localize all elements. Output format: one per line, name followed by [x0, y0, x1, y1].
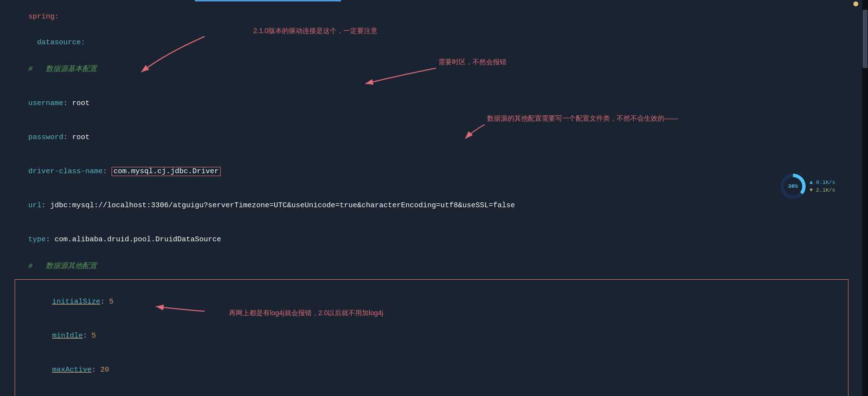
line-comment2: # 数据源其他配置	[0, 252, 868, 279]
initialsize-key: initialSize	[52, 298, 100, 306]
line-initialsize: initialSize: 5	[15, 281, 848, 315]
line-url: url: jdbc:mysql://localhost:3306/atguigu…	[0, 184, 868, 218]
driver-val: com.mysql.cj.jdbc.Driver	[112, 167, 221, 176]
line-type: type: com.alibaba.druid.pool.DruidDataSo…	[0, 218, 868, 252]
initialsize-val: 5	[109, 298, 113, 306]
download-stat: ▼ 2.1K/s	[810, 187, 835, 193]
datasource-key: datasource:	[37, 38, 85, 47]
gauge-percent: 36%	[784, 177, 802, 196]
box-other-config: initialSize: 5 minIdle: 5 maxActive: 20 …	[15, 279, 849, 396]
comment-basic: # 数据源基本配置	[28, 65, 97, 73]
minidle-val: 5	[92, 332, 96, 340]
password-key: password	[28, 133, 63, 142]
line-maxwait: maxWait: 60000	[15, 383, 848, 396]
comment-other: # 数据源其他配置	[28, 262, 97, 270]
line-driver: driver-class-name: com.mysql.cj.jdbc.Dri…	[0, 150, 868, 184]
scrollbar[interactable]	[862, 0, 868, 396]
upload-stat: ▲ 0.1K/s	[810, 180, 835, 185]
line-password: password: root	[0, 116, 868, 150]
url-val: jdbc:mysql://localhost:3306/atguigu?serv…	[50, 201, 515, 210]
username-val: root	[72, 99, 90, 108]
line-username: username: root	[0, 82, 868, 116]
maxactive-key: maxActive	[52, 366, 92, 374]
driver-key: driver-class-name	[28, 167, 103, 176]
line-datasource: datasource:	[0, 30, 868, 55]
gauge-circle: 36%	[780, 174, 806, 199]
editor-area: spring: datasource: # 数据源基本配置 username: …	[0, 0, 868, 396]
network-widget: 36% ▲ 0.1K/s ▼ 2.1K/s	[780, 173, 844, 199]
type-key: type	[28, 235, 46, 244]
maxactive-val: 20	[100, 366, 109, 374]
type-val: com.alibaba.druid.pool.DruidDataSource	[55, 235, 221, 244]
line-spring: spring:	[0, 4, 868, 30]
scrollbar-thumb[interactable]	[863, 10, 868, 68]
line-maxactive: maxActive: 20	[15, 349, 848, 383]
password-val: root	[72, 133, 90, 142]
line-minidle: minIdle: 5	[15, 315, 848, 349]
url-key: url	[28, 201, 41, 210]
spring-key: spring:	[28, 13, 59, 21]
gauge-stats: ▲ 0.1K/s ▼ 2.1K/s	[810, 180, 835, 193]
username-key: username	[28, 99, 63, 108]
minidle-key: minIdle	[52, 332, 83, 340]
line-comment1: # 数据源基本配置	[0, 55, 868, 82]
